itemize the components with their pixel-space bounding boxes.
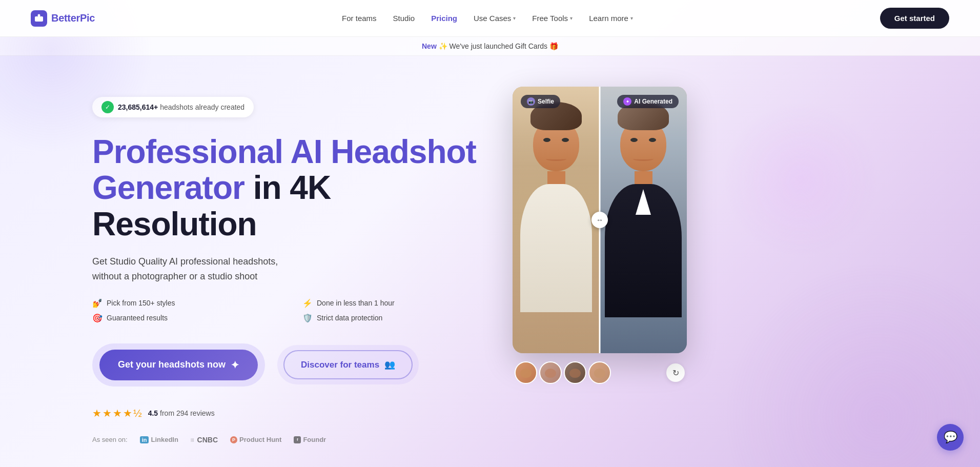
primary-btn-wrapper: Get your headshots now ✦ [92, 343, 265, 387]
thumb-face-3 [569, 369, 581, 378]
foundr-logo: f Foundr [294, 436, 326, 443]
eye-left-1 [543, 138, 550, 142]
thumbnails-row: ↻ [513, 361, 687, 384]
hero-right: 📷 Selfie ✦ AI Generated ↔ [513, 87, 697, 384]
security-icon: 🛡️ [302, 313, 313, 323]
stats-icon: ✓ [101, 101, 114, 113]
cnbc-bars: ||| [191, 437, 194, 442]
image-comparison: 📷 Selfie ✦ AI Generated ↔ [513, 87, 687, 353]
feature-security: 🛡️ Strict data protection [302, 313, 492, 323]
image-comparison-container: 📷 Selfie ✦ AI Generated ↔ [513, 87, 687, 384]
hero-subtitle: Get Studio Quality AI professional heads… [92, 254, 492, 284]
ai-label-icon: ✦ [623, 97, 631, 106]
eye-right-1 [630, 138, 638, 142]
foundr-icon: f [294, 436, 301, 443]
nav-learn-more[interactable]: Learn more ▾ [589, 14, 633, 23]
main-content: ✓ 23,685,614+ headshots already created … [0, 56, 980, 465]
hero-left: ✓ 23,685,614+ headshots already created … [92, 87, 492, 444]
selfie-person [513, 87, 600, 353]
discover-teams-button[interactable]: Discover for teams 👥 [283, 350, 413, 379]
chat-button[interactable]: 💬 [937, 424, 964, 451]
nav-free-tools[interactable]: Free Tools ▾ [532, 14, 573, 23]
nav-use-cases[interactable]: Use Cases ▾ [474, 14, 516, 23]
get-headshots-button[interactable]: Get your headshots now ✦ [99, 350, 258, 380]
logo-icon [31, 10, 47, 27]
rating-section: ★★★★½ 4.5 from 294 reviews [92, 407, 492, 419]
neck-left [547, 171, 565, 184]
selfie-label: 📷 Selfie [521, 95, 560, 108]
cnbc-logo: ||| CNBC [191, 436, 218, 444]
as-seen-label: As seen on: [92, 436, 128, 443]
nav-links: For teams Studio Pricing Use Cases ▾ Fre… [342, 14, 633, 23]
star-rating: ★★★★½ [92, 407, 143, 419]
use-cases-chevron: ▾ [513, 15, 516, 21]
navbar: BetterPic For teams Studio Pricing Use C… [0, 0, 980, 37]
stats-text: 23,685,614+ headshots already created [118, 103, 244, 111]
selfie-label-icon: 📷 [527, 97, 535, 106]
body-left [520, 184, 592, 312]
ai-label: ✦ AI Generated [617, 95, 679, 108]
cnbc-text: CNBC [197, 436, 218, 444]
feature-styles: 💅 Pick from 150+ styles [92, 298, 282, 308]
rating-text: 4.5 from 294 reviews [148, 409, 215, 417]
nav-studio[interactable]: Studio [393, 14, 415, 23]
refresh-button[interactable]: ↻ [666, 363, 685, 382]
sparkle-icon: ✦ [231, 359, 239, 371]
announcement-emoji: 🎁 [549, 42, 558, 50]
guarantee-icon: 🎯 [92, 313, 103, 323]
press-logos: in LinkedIn ||| CNBC P Product Hunt f Fo… [140, 436, 326, 444]
ai-person [600, 87, 687, 353]
logo-svg [34, 13, 44, 24]
features-grid: 💅 Pick from 150+ styles ⚡ Done in less t… [92, 298, 492, 323]
linkedin-logo: in LinkedIn [140, 436, 178, 443]
teams-icon: 👥 [384, 359, 395, 370]
navbar-actions: Get started [880, 8, 949, 29]
announcement-text: We've just launched Gift Cards [450, 42, 548, 50]
eye-left-2 [562, 138, 569, 142]
comparison-handle[interactable]: ↔ [591, 212, 608, 228]
thumb-avatar-2[interactable] [539, 361, 562, 384]
feature-speed: ⚡ Done in less than 1 hour [302, 298, 492, 308]
chat-icon: 💬 [944, 431, 957, 444]
svg-point-1 [38, 14, 40, 16]
thumb-avatar-4[interactable] [588, 361, 611, 384]
nav-pricing[interactable]: Pricing [431, 14, 457, 23]
eye-right-2 [649, 138, 656, 142]
learn-more-chevron: ▾ [630, 15, 633, 21]
neck-right [635, 171, 652, 184]
brand-name: BetterPic [51, 12, 95, 24]
ai-half [600, 87, 687, 353]
announcement-sparkle: ✨ [439, 42, 450, 50]
speed-icon: ⚡ [302, 298, 313, 308]
as-seen-on: As seen on: in LinkedIn ||| CNBC P Produ… [92, 436, 492, 444]
body-right [605, 184, 682, 317]
thumb-face-4 [594, 369, 605, 378]
thumb-face-2 [545, 369, 556, 378]
product-hunt-logo: P Product Hunt [230, 436, 281, 443]
new-badge: New [422, 42, 437, 50]
collar-right [636, 189, 651, 215]
feature-guarantee: 🎯 Guaranteed results [92, 313, 282, 323]
thumb-avatars [515, 361, 611, 384]
thumb-avatar-1[interactable] [515, 361, 537, 384]
stats-badge: ✓ 23,685,614+ headshots already created [92, 97, 254, 117]
smile-right [633, 157, 654, 161]
ph-icon: P [230, 436, 237, 443]
smile-left [546, 157, 566, 161]
logo-area[interactable]: BetterPic [31, 10, 95, 27]
free-tools-chevron: ▾ [570, 15, 573, 21]
nav-for-teams[interactable]: For teams [342, 14, 377, 23]
hero-title: Professional AI Headshot Generator in 4K… [92, 134, 492, 242]
announcement-banner[interactable]: New ✨ We've just launched Gift Cards 🎁 [0, 37, 980, 56]
linkedin-icon: in [140, 436, 149, 443]
styles-icon: 💅 [92, 298, 103, 308]
secondary-btn-wrapper: Discover for teams 👥 [277, 345, 419, 384]
thumb-avatar-3[interactable] [564, 361, 586, 384]
thumb-face-1 [520, 369, 532, 378]
svg-rect-0 [35, 16, 43, 22]
get-started-button[interactable]: Get started [880, 8, 949, 29]
selfie-half [513, 87, 600, 353]
cta-section: Get your headshots now ✦ Discover for te… [92, 343, 492, 387]
